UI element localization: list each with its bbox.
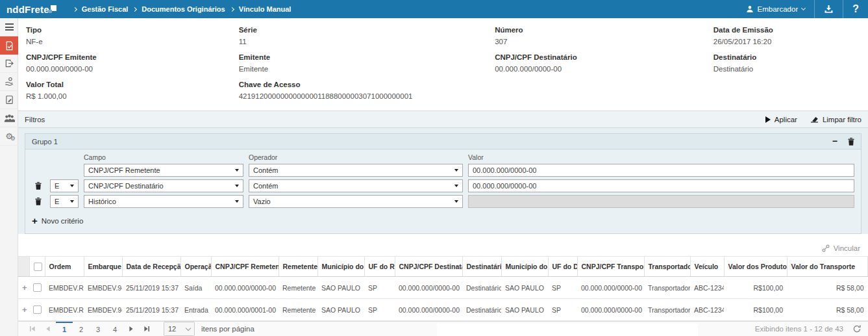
cell-veiculo: ABC-1234 <box>690 277 724 299</box>
app-logo[interactable]: nddFrete <box>6 4 56 15</box>
detail-field: Série11 <box>239 25 495 52</box>
page-size-value: 12 <box>168 325 186 333</box>
cell-cnpj-destinatario: 00.000.000/0000-00 <box>395 277 462 299</box>
column-header-transportador[interactable]: Transportador <box>644 257 690 277</box>
detail-field: Número307 <box>495 25 713 52</box>
page-button-1[interactable]: 1 <box>56 322 73 336</box>
cell-veiculo: ABC-1234 <box>690 299 724 321</box>
clear-filter-button[interactable]: Limpar filtro <box>810 116 862 123</box>
field-label: Chave de Acesso <box>239 79 860 88</box>
breadcrumb-item[interactable]: Vínculo Manual <box>239 5 291 13</box>
apply-filter-button[interactable]: Aplicar <box>765 116 797 123</box>
next-page-icon <box>128 326 134 332</box>
top-bar: nddFrete Gestão Fiscal Documentos Origin… <box>0 0 868 18</box>
sidebar-item-export[interactable] <box>0 55 18 73</box>
operador-select[interactable]: Vazio <box>249 195 463 208</box>
last-page-icon <box>143 326 150 332</box>
detail-field: TipoNF-e <box>26 25 239 52</box>
detail-field: Valor TotalR$ 1.000,00 <box>26 79 239 107</box>
collapse-group-button[interactable]: − <box>832 136 837 146</box>
breadcrumb-separator-icon <box>73 6 77 11</box>
delete-criteria-button[interactable] <box>35 182 42 190</box>
chevron-down-icon <box>235 200 239 203</box>
help-button[interactable]: ? <box>843 0 868 18</box>
cell-data-recepcao: 25/11/2019 15:37 <box>122 299 180 321</box>
sidebar-item-fiscal-documents[interactable] <box>0 36 18 55</box>
delete-criteria-button[interactable] <box>35 198 42 205</box>
detail-field: Data de Emissão26/05/2017 16:20 <box>713 25 860 52</box>
valor-input[interactable] <box>468 164 854 177</box>
sidebar-item-settings[interactable]: ⚙⚙ <box>0 127 18 146</box>
detail-field: CNPJ/CPF Emitente00.000.000/0000-00 <box>26 52 239 79</box>
column-header-ordem[interactable]: Ordem <box>45 257 84 277</box>
column-header-embarque[interactable]: Embarque <box>84 257 122 277</box>
operador-select[interactable]: Contém <box>249 179 463 192</box>
sidebar-item-documents[interactable] <box>0 91 18 109</box>
next-page-button[interactable] <box>123 322 139 336</box>
campo-select[interactable]: CNPJ/CPF Destinatário <box>84 179 243 192</box>
cell-municipio-rem: SAO PAULO <box>317 299 364 321</box>
delete-group-button[interactable] <box>848 138 854 146</box>
vincular-button[interactable]: Vincular <box>822 244 860 252</box>
sidebar-item-payments[interactable] <box>0 73 18 91</box>
select-all-checkbox[interactable] <box>34 263 42 271</box>
column-header-data-recepcao[interactable]: Data de Recepção <box>122 257 180 277</box>
row-checkbox[interactable] <box>33 305 42 314</box>
logic-select[interactable]: E <box>50 179 79 192</box>
export-icon <box>5 58 14 68</box>
pager-status: Exibindo itens 1 - 12 de 43 <box>755 325 843 333</box>
field-value: 4219120000000000000118880000030710000000… <box>239 88 860 100</box>
cell-embarque: EMBDEV.94877 <box>84 299 122 321</box>
sidebar-item-users[interactable] <box>0 109 18 127</box>
column-header-remetente[interactable]: Remetente <box>279 257 317 277</box>
column-header-cnpj-transportador[interactable]: CNPJ/CPF Transpor... <box>577 257 644 277</box>
breadcrumb-item[interactable]: Documentos Originários <box>142 5 225 13</box>
table-row[interactable]: + EMBDEV.R01_13 EMBDEV.94877 25/11/2019 … <box>18 277 868 299</box>
campo-select[interactable]: CNPJ/CPF Remetente <box>84 164 243 177</box>
page-size-select[interactable]: 12 <box>164 322 195 336</box>
chevron-down-icon <box>186 325 191 330</box>
column-header-cnpj-destinatario[interactable]: CNPJ/CPF Destinatário <box>395 257 462 277</box>
user-menu[interactable]: Embarcador <box>737 0 815 18</box>
page-button-4[interactable]: 4 <box>106 322 123 336</box>
field-label: CNPJ/CPF Emitente <box>26 52 239 61</box>
page-button-3[interactable]: 3 <box>90 322 106 336</box>
cell-municipio-dest: SAO PAULO <box>501 277 548 299</box>
sidebar-menu-toggle[interactable] <box>0 18 18 36</box>
column-header-municipio-rem[interactable]: Município do Re... <box>317 257 364 277</box>
operador-select[interactable]: Contém <box>249 164 463 177</box>
column-header-municipio-dest[interactable]: Município do De... <box>501 257 548 277</box>
expand-row-icon[interactable]: + <box>22 283 27 292</box>
download-button[interactable] <box>815 0 843 18</box>
first-page-button[interactable] <box>25 322 40 336</box>
prev-page-button[interactable] <box>40 322 56 336</box>
column-header-cnpj-remetente[interactable]: CNPJ/CPF Remetente <box>211 257 279 277</box>
column-header-uf-dest[interactable]: UF do De... <box>548 257 577 277</box>
breadcrumb-item[interactable]: Gestão Fiscal <box>82 5 129 13</box>
campo-select[interactable]: Histórico <box>84 195 243 208</box>
chevron-down-icon <box>454 185 458 187</box>
detail-field: Chave de Acesso4219120000000000000118880… <box>239 79 860 107</box>
column-header-destinatario[interactable]: Destinatário <box>462 257 501 277</box>
refresh-button[interactable] <box>852 324 862 333</box>
row-checkbox[interactable] <box>33 283 42 292</box>
column-header-veiculo[interactable]: Veículo <box>690 257 724 277</box>
expand-row-icon[interactable]: + <box>22 305 27 315</box>
table-row[interactable]: + EMBDEV.R02_13 EMBDEV.94877 25/11/2019 … <box>18 299 868 321</box>
column-header-operacao[interactable]: Operação <box>180 257 211 277</box>
people-icon <box>4 114 15 123</box>
column-header-valor-transporte[interactable]: Valor do Transporte <box>787 257 868 277</box>
column-header-uf-rem[interactable]: UF do Rem... <box>364 257 395 277</box>
logic-select[interactable]: E <box>50 195 79 208</box>
new-criteria-button[interactable]: + Novo critério <box>32 216 83 226</box>
last-page-button[interactable] <box>139 322 155 336</box>
chevron-down-icon <box>235 169 239 172</box>
cell-valor-transporte: R$ 58,00 <box>787 277 868 299</box>
valor-input[interactable] <box>468 179 854 192</box>
select-all-header <box>29 257 45 277</box>
trash-icon <box>35 182 42 190</box>
filter-grid-header: Campo Operador Valor <box>32 153 854 161</box>
breadcrumb-separator-icon <box>230 6 234 11</box>
page-button-2[interactable]: 2 <box>73 322 90 336</box>
column-header-valor-produtos[interactable]: Valor dos Produtos <box>724 257 787 277</box>
